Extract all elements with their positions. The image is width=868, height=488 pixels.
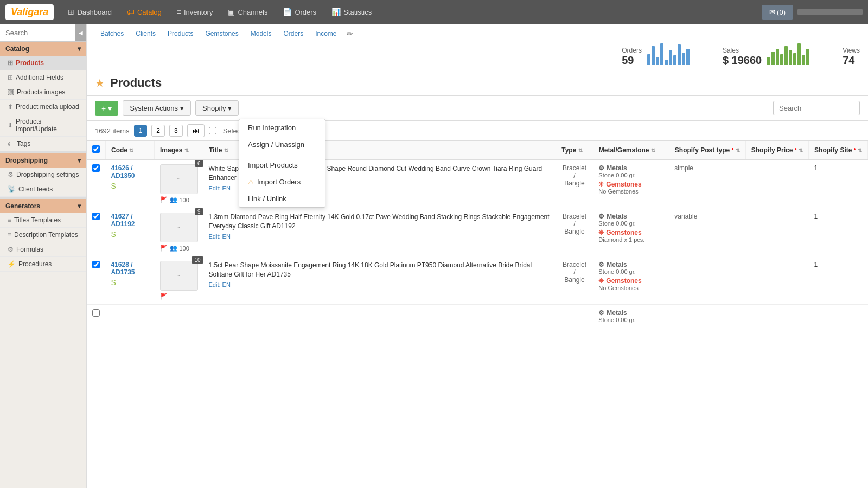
channels-icon: ▣	[228, 8, 235, 16]
sidebar-item-formulas[interactable]: ⚙ Formulas	[0, 242, 86, 257]
sidebar-item-title-templates[interactable]: ≡ Titles Templates	[0, 213, 86, 228]
title-templates-icon: ≡	[8, 216, 11, 224]
page-last-button[interactable]: ⏭	[187, 124, 205, 137]
title-sort-icon[interactable]: ⇅	[224, 147, 228, 153]
product-title[interactable]: 1.5ct Pear Shape Moissanite Engagement R…	[209, 261, 551, 279]
select-all-checkbox[interactable]	[209, 127, 216, 134]
sidebar-search-arrow[interactable]: ◀	[75, 24, 86, 41]
code-sub[interactable]: AD1735	[111, 268, 149, 276]
gemstones-icon: ✳	[598, 229, 604, 236]
sub-nav-edit-icon[interactable]: ✏	[347, 29, 353, 38]
shopify-post-sort-icon[interactable]: ⇅	[736, 147, 740, 153]
sidebar-item-procedures[interactable]: ⚡ Procedures	[0, 257, 86, 272]
sidebar-item-description-templates[interactable]: ≡ Description Templates	[0, 228, 86, 242]
code-sub[interactable]: AD1350	[111, 172, 149, 179]
nav-channels[interactable]: ▣ Channels	[221, 4, 274, 20]
sidebar-item-dropshipping-settings[interactable]: ⚙ Dropshipping settings	[0, 168, 86, 182]
sidebar-item-product-media[interactable]: ⬆ Product media upload	[0, 100, 86, 114]
subnav-models[interactable]: Models	[245, 25, 277, 42]
stat-sales: Sales $ 19660	[723, 47, 809, 67]
dropdown-run-integration[interactable]: Run integration	[239, 119, 325, 136]
add-button[interactable]: + ▾	[95, 101, 118, 116]
subnav-batches[interactable]: Batches	[95, 25, 129, 42]
dropdown-link-unlink[interactable]: Link / Unlink	[239, 190, 325, 207]
product-image[interactable]: ~	[160, 261, 198, 291]
page-button-1[interactable]: 1	[134, 125, 148, 137]
gemstones-icon: ✳	[598, 277, 604, 285]
nav-inventory[interactable]: ≡ Inventory	[170, 4, 220, 20]
row-checkbox[interactable]	[92, 309, 100, 317]
additional-fields-icon: ⊞	[8, 74, 13, 81]
row-type: Bracelet / Bangle	[556, 256, 593, 305]
system-actions-label: System Actions	[130, 104, 178, 112]
row-checkbox-cell	[87, 208, 106, 256]
subnav-income[interactable]: Income	[310, 25, 342, 42]
mail-button[interactable]: ✉ (0)	[762, 5, 794, 20]
logo[interactable]: Valigara	[5, 4, 54, 20]
catalog-icon: 🏷	[127, 8, 135, 16]
nav-orders[interactable]: 📄 Orders	[276, 4, 323, 20]
sales-bar	[797, 43, 801, 65]
sidebar-section-generators[interactable]: Generators ▾	[0, 199, 86, 213]
dropdown-import-orders[interactable]: ⚠ Import Orders	[239, 174, 325, 190]
stat-views: Views 74	[843, 47, 860, 67]
row-shopify-post-type: simple	[669, 159, 745, 208]
metal-sort-icon[interactable]: ⇅	[651, 147, 655, 153]
metals-icon: ⚙	[598, 213, 604, 220]
shopify-button[interactable]: Shopify ▾	[195, 100, 239, 116]
code-sort-icon[interactable]: ⇅	[129, 147, 133, 153]
system-actions-button[interactable]: System Actions ▾	[123, 100, 191, 116]
row-metal-gemstone: ⚙ Metals Stone 0.00 gr. ✳ Gemstones No G…	[593, 159, 669, 208]
code-main[interactable]: 41628 /	[111, 261, 149, 268]
th-code: Code ⇅	[106, 141, 155, 159]
dropdown-import-products[interactable]: Import Products	[239, 157, 325, 174]
edit-link[interactable]: Edit: EN	[209, 281, 551, 288]
sidebar-item-additional-fields[interactable]: ⊞ Additional Fields	[0, 70, 86, 85]
nav-dashboard[interactable]: ⊞ Dashboard	[61, 4, 118, 20]
images-sort-icon[interactable]: ⇅	[184, 147, 189, 153]
sidebar-search-input[interactable]	[0, 24, 75, 41]
type-sort-icon[interactable]: ⇅	[578, 147, 583, 153]
sales-bar	[806, 49, 809, 65]
row-shopify-post-type	[669, 256, 745, 305]
nav-statistics[interactable]: 📊 Statistics	[325, 4, 378, 20]
sidebar-item-products-import[interactable]: ⬇ Products Import/Update	[0, 114, 86, 137]
dropdown-assign-unassign[interactable]: Assign / Unassign	[239, 136, 325, 153]
top-search-button[interactable]	[797, 9, 863, 15]
page-button-3[interactable]: 3	[169, 125, 183, 137]
shopify-site-sort-icon[interactable]: ⇅	[858, 147, 862, 153]
image-placeholder-text: ~	[177, 224, 181, 230]
sidebar-section-dropshipping[interactable]: Dropshipping ▾	[0, 153, 86, 168]
sidebar-item-product-images[interactable]: 🖼 Products images	[0, 85, 86, 100]
code-main[interactable]: 41626 /	[111, 164, 149, 172]
toolbar-search-input[interactable]	[773, 101, 860, 115]
sidebar-item-products[interactable]: ⊞ Products	[0, 56, 86, 70]
code-sub[interactable]: AD1192	[111, 220, 149, 228]
row-title	[203, 305, 556, 328]
subnav-clients[interactable]: Clients	[130, 25, 161, 42]
image-footer: 🚩 👥100	[160, 196, 198, 203]
nav-catalog[interactable]: 🏷 Catalog	[120, 4, 168, 20]
product-title[interactable]: 1.3mm Diamond Pave Ring Half Eternity 14…	[209, 213, 551, 231]
product-image[interactable]: ~	[160, 213, 198, 242]
subnav-orders[interactable]: Orders	[278, 25, 309, 42]
sidebar-item-client-feeds[interactable]: 📡 Client feeds	[0, 182, 86, 197]
row-checkbox[interactable]	[92, 213, 100, 220]
sidebar-item-tags[interactable]: 🏷 Tags	[0, 137, 86, 151]
row-type: Bracelet / Bangle	[556, 208, 593, 256]
code-main[interactable]: 41627 /	[111, 213, 149, 220]
shopify-price-sort-icon[interactable]: ⇅	[799, 147, 803, 153]
subnav-gemstones[interactable]: Gemstones	[200, 25, 244, 42]
product-image[interactable]: ~	[160, 164, 198, 194]
row-type	[556, 305, 593, 328]
row-checkbox[interactable]	[92, 261, 100, 268]
header-checkbox[interactable]	[92, 145, 100, 153]
page-button-2[interactable]: 2	[151, 125, 165, 137]
orders-value: 59	[622, 54, 642, 67]
row-checkbox[interactable]	[92, 164, 100, 172]
page-title: Products	[110, 76, 162, 90]
row-metal-gemstone: ⚙ Metals Stone 0.00 gr. ✳ Gemstones No G…	[593, 256, 669, 305]
sidebar-section-catalog[interactable]: Catalog ▾	[0, 42, 86, 56]
edit-link[interactable]: Edit: EN	[209, 233, 551, 240]
subnav-products[interactable]: Products	[162, 25, 199, 42]
